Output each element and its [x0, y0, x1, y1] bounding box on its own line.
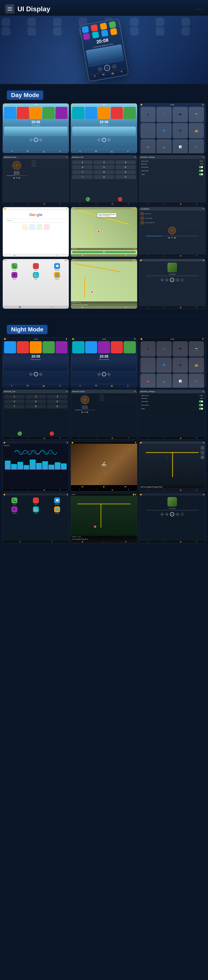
prev-ctrl-2[interactable]: ⏮ [98, 138, 101, 142]
night-auto-answer-toggle[interactable] [199, 400, 203, 402]
dial-3[interactable]: 3 [115, 160, 136, 164]
app-settings[interactable]: ⚙ [173, 123, 188, 138]
video-play[interactable]: ▶ [103, 486, 105, 488]
list-item[interactable]: 🎵 Track 3 [31, 165, 68, 167]
np-next-btn[interactable]: ⏭ [176, 278, 179, 282]
next-ctrl[interactable]: ⏭ [39, 138, 42, 142]
dial-hash[interactable]: # [115, 175, 136, 179]
app-icon[interactable] [55, 107, 68, 119]
night-play-1[interactable]: ⏸ [34, 372, 38, 376]
power-toggle[interactable] [199, 173, 203, 175]
np-repeat[interactable]: ↺ [181, 278, 184, 282]
night-app-6[interactable]: 🔵 [156, 357, 172, 373]
dial-6[interactable]: 6 [115, 165, 136, 169]
night-app-11[interactable]: 📊 [173, 374, 188, 388]
dial-5[interactable]: 5 [94, 165, 114, 169]
list-item[interactable]: 🎵 Track A [99, 394, 136, 396]
dial-7[interactable]: 7 [72, 170, 93, 174]
app-icon[interactable] [4, 107, 16, 119]
np-play[interactable]: ⏸ [171, 237, 173, 239]
night-np-prev[interactable]: ⏮ [165, 513, 168, 516]
dial-9[interactable]: 9 [115, 170, 136, 174]
app-browser-icon[interactable]: 🌐 Browser [47, 272, 67, 280]
app-icon[interactable] [123, 107, 136, 119]
night-play-2[interactable]: ⏸ [102, 372, 106, 376]
night-np-repeat[interactable]: ↺ [181, 513, 184, 516]
app-icon[interactable] [111, 107, 123, 119]
app-icon[interactable] [30, 107, 42, 119]
app-vehicle[interactable]: 🚗 [140, 139, 156, 153]
social-track-2[interactable]: view 中_02.mp3 [140, 216, 204, 221]
list-item[interactable]: 🎵 Track B [99, 396, 136, 399]
night-msgs-icon[interactable]: 💬 Messages [47, 498, 67, 505]
prev-ctrl[interactable]: ⏮ [30, 138, 33, 142]
shortcut-4[interactable] [44, 224, 50, 230]
app-msg-icon[interactable]: 💬 Messages [47, 263, 67, 271]
auto-connect-toggle[interactable] [199, 170, 203, 172]
map-menu[interactable]: ☰ [125, 255, 126, 256]
night-dial-4[interactable]: 4 [4, 399, 25, 404]
shortcut-3[interactable] [36, 224, 43, 230]
np-play-btn[interactable]: ▶ [170, 278, 174, 282]
prev-icon[interactable]: ⏮ [98, 67, 102, 72]
dial-star[interactable]: * [72, 175, 93, 179]
night-podcast-icon[interactable]: 🎙 Podcast [5, 506, 24, 514]
dial-2[interactable]: 2 [94, 160, 114, 164]
night-power-toggle[interactable] [199, 407, 203, 410]
dial-4[interactable]: 4 [72, 165, 93, 169]
night-play-music[interactable]: ⏸ [84, 411, 86, 413]
app-icon[interactable] [72, 107, 84, 119]
list-item[interactable]: 🎵 Track 2 [31, 162, 68, 165]
end-call-button[interactable]: 📵 [118, 197, 122, 201]
recent-icon[interactable]: ◻ [57, 255, 58, 256]
app-photo[interactable]: 📷 [189, 107, 204, 122]
app-telegram[interactable]: ✈ [140, 107, 156, 122]
night-prev-2[interactable]: ⏮ [98, 373, 101, 376]
np-next[interactable]: ⏭ [174, 237, 176, 239]
night-np-play[interactable]: ▶ [170, 512, 174, 516]
app-bt[interactable]: 🔵 [156, 123, 172, 138]
app-maps[interactable]: 🗺 [173, 107, 188, 122]
app-maps-icon[interactable]: 🎵 Music [26, 263, 46, 271]
social-track-1[interactable]: 华乐_01.mp3 [140, 212, 204, 216]
map-back[interactable]: ◀ [82, 255, 83, 256]
home-icon[interactable]: ⌂ [35, 255, 36, 256]
night-app-3[interactable]: 🗺 [173, 341, 188, 356]
call-button[interactable]: 📞 [86, 197, 90, 201]
play-ctrl-2[interactable]: ⏸ [102, 138, 106, 142]
prev-music[interactable]: ⏮ [13, 177, 15, 179]
night-phone-icon[interactable]: 📞 Phone [5, 498, 24, 505]
nav-compass[interactable]: ⊙ [200, 455, 204, 459]
night-app-9[interactable]: 🚗 [140, 374, 156, 388]
next-ctrl-2[interactable]: ⏭ [107, 138, 110, 142]
social-track-3[interactable]: 华乐_近景_消音.mp3 [140, 221, 204, 225]
map-home[interactable]: ⌂ [103, 255, 104, 256]
list-item[interactable]: 🎵 Track 1 [31, 160, 68, 162]
video-next[interactable]: ⏭ [124, 486, 126, 488]
night-dial-1[interactable]: 1 [4, 395, 25, 399]
auto-answer-toggle[interactable] [199, 166, 203, 168]
night-app-12[interactable]: ➕ [189, 374, 204, 388]
dial-1[interactable]: 1 [72, 160, 93, 164]
menu-icon[interactable] [5, 4, 14, 14]
night-dial-2[interactable]: 2 [25, 395, 46, 399]
night-np-next[interactable]: ⏭ [176, 513, 179, 516]
app-phone[interactable]: 📞 [140, 123, 156, 138]
video-prev[interactable]: ⏮ [82, 486, 84, 488]
night-app-7[interactable]: ⚙ [173, 357, 188, 373]
google-search-bar[interactable]: Search [5, 218, 67, 223]
list-item[interactable]: 🎵 Track C [99, 399, 136, 401]
app-phone-icon[interactable]: 📞 Phone [5, 263, 24, 271]
night-dial-9[interactable]: 9 [47, 404, 68, 409]
night-dial-3[interactable]: 3 [47, 395, 68, 399]
shortcut-1[interactable] [22, 224, 28, 230]
app-icon[interactable] [98, 107, 110, 119]
night-app-4[interactable]: 📷 [189, 341, 204, 356]
night-browser-icon[interactable]: 🌐 Browser [47, 506, 67, 514]
night-dial-5[interactable]: 5 [25, 399, 46, 404]
np-shuffle[interactable]: ⇄ [161, 278, 164, 282]
nav-zoom-out[interactable]: - [200, 450, 204, 455]
np-prev-btn[interactable]: ⏮ [165, 278, 168, 282]
night-prev-music[interactable]: ⏮ [82, 411, 83, 413]
app-media[interactable]: 📺 [156, 139, 172, 153]
